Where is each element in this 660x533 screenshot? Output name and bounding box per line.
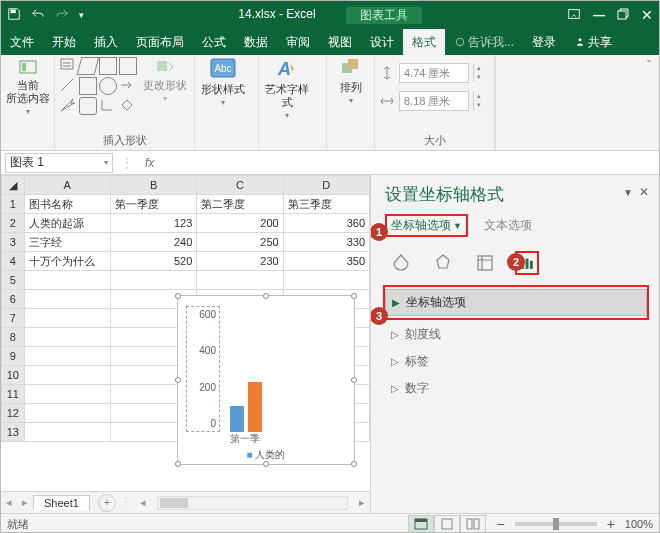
- select-all[interactable]: ◢: [2, 176, 25, 195]
- chart-value-axis[interactable]: 600400 2000: [186, 306, 220, 432]
- cell[interactable]: 十万个为什么: [24, 252, 110, 271]
- tab-scroll-right[interactable]: ▸: [17, 496, 33, 509]
- cell[interactable]: 三字经: [24, 233, 110, 252]
- cell[interactable]: 人类的起源: [24, 214, 110, 233]
- tab-review[interactable]: 审阅: [277, 29, 319, 55]
- tab-formulas[interactable]: 公式: [193, 29, 235, 55]
- text-options-tab[interactable]: 文本选项: [484, 217, 532, 234]
- cell[interactable]: [24, 290, 110, 309]
- tab-insert[interactable]: 插入: [85, 29, 127, 55]
- expander-tick-marks[interactable]: ▷刻度线: [385, 322, 647, 347]
- page-break-view-button[interactable]: [460, 515, 486, 533]
- cell[interactable]: 360: [283, 214, 369, 233]
- col-header[interactable]: B: [110, 176, 196, 195]
- cell[interactable]: 520: [110, 252, 196, 271]
- shape-gallery[interactable]: [59, 57, 137, 115]
- cell[interactable]: 250: [197, 233, 283, 252]
- cell[interactable]: [24, 423, 110, 442]
- embedded-chart[interactable]: 600400 2000 第一季 ■ 人类的: [177, 295, 355, 465]
- size-properties-icon[interactable]: [473, 251, 497, 275]
- row-header[interactable]: 8: [2, 328, 25, 347]
- share-button[interactable]: 共享: [565, 29, 621, 55]
- restore-icon[interactable]: [617, 8, 629, 23]
- cell[interactable]: 230: [197, 252, 283, 271]
- zoom-level[interactable]: 100%: [625, 518, 653, 530]
- collapse-ribbon-icon[interactable]: ˇ: [647, 59, 651, 73]
- cell-grid[interactable]: ◢ABCD1图书名称第一季度第二季度第三季度2人类的起源1232003603三字…: [1, 175, 370, 491]
- cell[interactable]: [24, 366, 110, 385]
- cell[interactable]: 240: [110, 233, 196, 252]
- row-header[interactable]: 9: [2, 347, 25, 366]
- cell[interactable]: [24, 385, 110, 404]
- cell[interactable]: [24, 271, 110, 290]
- expander-axis-options[interactable]: ▶坐标轴选项: [385, 289, 647, 316]
- cell[interactable]: 330: [283, 233, 369, 252]
- tab-page-layout[interactable]: 页面布局: [127, 29, 193, 55]
- fx-icon[interactable]: fx: [145, 156, 154, 170]
- col-header[interactable]: C: [197, 176, 283, 195]
- cell[interactable]: [197, 271, 283, 290]
- horizontal-scrollbar[interactable]: [157, 496, 348, 510]
- cell[interactable]: 123: [110, 214, 196, 233]
- undo-icon[interactable]: [31, 7, 45, 24]
- row-header[interactable]: 1: [2, 195, 25, 214]
- cell[interactable]: [24, 347, 110, 366]
- login-button[interactable]: 登录: [523, 29, 565, 55]
- change-shape-button[interactable]: 更改形状 ▾: [141, 57, 189, 103]
- arrange-button[interactable]: 排列 ▾: [331, 57, 370, 105]
- tab-scroll-left[interactable]: ◂: [1, 496, 17, 509]
- row-header[interactable]: 6: [2, 290, 25, 309]
- shape-styles-button[interactable]: Abc 形状样式 ▾: [199, 57, 247, 107]
- row-header[interactable]: 3: [2, 233, 25, 252]
- ribbon-options-icon[interactable]: [567, 7, 581, 24]
- cell[interactable]: [24, 309, 110, 328]
- tab-view[interactable]: 视图: [319, 29, 361, 55]
- row-header[interactable]: 2: [2, 214, 25, 233]
- tab-file[interactable]: 文件: [1, 29, 43, 55]
- name-box[interactable]: 图表 1▾: [5, 153, 113, 173]
- row-header[interactable]: 10: [2, 366, 25, 385]
- fill-line-icon[interactable]: [389, 251, 413, 275]
- expander-labels[interactable]: ▷标签: [385, 349, 647, 374]
- width-control[interactable]: 8.18 厘米 ▴▾: [379, 91, 483, 111]
- close-icon[interactable]: ✕: [641, 7, 653, 23]
- cell[interactable]: 图书名称: [24, 195, 110, 214]
- row-header[interactable]: 7: [2, 309, 25, 328]
- col-header[interactable]: A: [24, 176, 110, 195]
- tab-home[interactable]: 开始: [43, 29, 85, 55]
- row-header[interactable]: 13: [2, 423, 25, 442]
- new-sheet-button[interactable]: +: [98, 494, 116, 512]
- zoom-out-button[interactable]: −: [496, 516, 504, 532]
- minimize-icon[interactable]: —: [593, 8, 605, 22]
- save-icon[interactable]: [7, 7, 21, 24]
- redo-icon[interactable]: [55, 7, 69, 24]
- chart-plot-area[interactable]: [224, 306, 348, 432]
- qat-dropdown-icon[interactable]: ▾: [79, 10, 84, 20]
- tab-format[interactable]: 格式: [403, 29, 445, 55]
- sheet-tab[interactable]: Sheet1: [33, 495, 90, 510]
- expander-number[interactable]: ▷数字: [385, 376, 647, 401]
- row-header[interactable]: 5: [2, 271, 25, 290]
- current-selection-button[interactable]: 当前 所选内容 ▾: [5, 57, 50, 116]
- cell[interactable]: 第三季度: [283, 195, 369, 214]
- row-header[interactable]: 4: [2, 252, 25, 271]
- cell[interactable]: [283, 271, 369, 290]
- tab-data[interactable]: 数据: [235, 29, 277, 55]
- page-layout-view-button[interactable]: [434, 515, 460, 533]
- pane-options-icon[interactable]: ▼: [623, 187, 633, 198]
- cell[interactable]: 350: [283, 252, 369, 271]
- height-control[interactable]: 4.74 厘米 ▴▾: [379, 63, 483, 83]
- formula-input[interactable]: [162, 153, 659, 173]
- cell[interactable]: [24, 404, 110, 423]
- wordart-styles-button[interactable]: A 艺术字样式 ▾: [263, 57, 311, 120]
- tab-design[interactable]: 设计: [361, 29, 403, 55]
- cell[interactable]: 200: [197, 214, 283, 233]
- row-header[interactable]: 11: [2, 385, 25, 404]
- col-header[interactable]: D: [283, 176, 369, 195]
- cell[interactable]: [24, 328, 110, 347]
- row-header[interactable]: 12: [2, 404, 25, 423]
- tell-me[interactable]: 告诉我...: [445, 29, 523, 55]
- effects-icon[interactable]: [431, 251, 455, 275]
- axis-options-tab[interactable]: 坐标轴选项: [391, 217, 451, 234]
- cell[interactable]: 第二季度: [197, 195, 283, 214]
